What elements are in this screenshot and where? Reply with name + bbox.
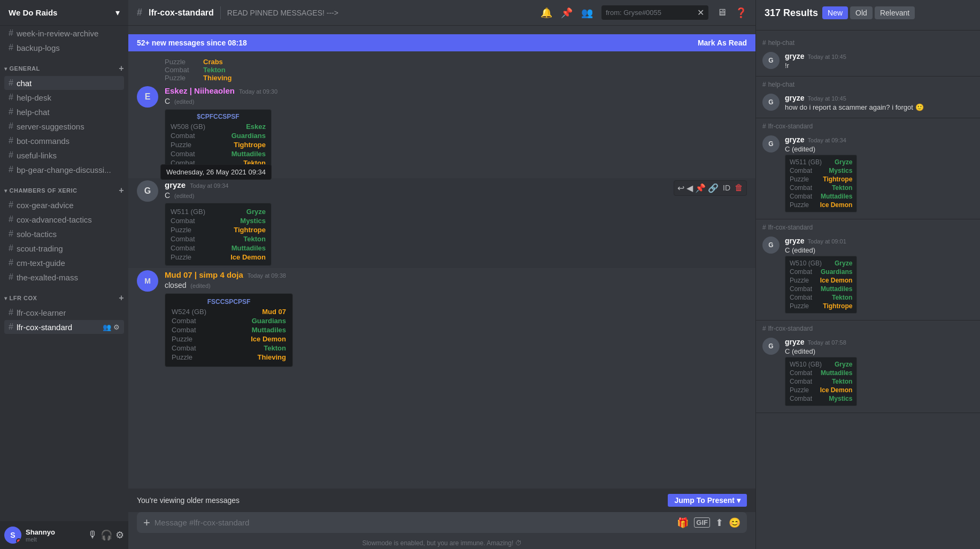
channel-label-text: lfr-cox-standard bbox=[768, 123, 813, 130]
search-close-icon[interactable]: ✕ bbox=[697, 7, 704, 18]
user-status-dot bbox=[16, 538, 21, 544]
channel-item-solo-tactics[interactable]: # solo-tactics bbox=[4, 227, 124, 241]
channel-item-cox-gear-advice[interactable]: # cox-gear-advice bbox=[4, 198, 124, 212]
settings-icon[interactable]: ⚙ bbox=[113, 323, 120, 331]
channel-name: solo-tactics bbox=[17, 230, 57, 239]
channel-name: lfr-cox-learner bbox=[17, 308, 66, 317]
gif-button[interactable]: GIF bbox=[694, 517, 710, 528]
result-text: C (edited) bbox=[785, 145, 974, 153]
table-row: PuzzleTightrope bbox=[790, 302, 852, 310]
channel-item-help-chat[interactable]: # help-chat bbox=[4, 105, 124, 119]
channel-item-lfr-standard[interactable]: # lfr-cox-standard 👥 ⚙ bbox=[4, 320, 124, 334]
result-time: Today at 09:01 bbox=[808, 238, 846, 245]
result-avatar: G bbox=[762, 338, 780, 355]
result-message[interactable]: G gryze Today at 09:01 C (edited) W510 (… bbox=[762, 234, 974, 316]
category-label: LFR COX bbox=[10, 295, 37, 301]
hash-icon: # bbox=[9, 308, 13, 317]
channel-name: backup-logs bbox=[17, 43, 60, 52]
headphone-button[interactable]: 🎧 bbox=[101, 529, 112, 541]
members-icon[interactable]: 👥 bbox=[581, 7, 593, 19]
channel-item-chat[interactable]: # chat bbox=[4, 76, 124, 90]
result-message[interactable]: G gryze Today at 10:45 !r bbox=[762, 50, 974, 72]
upload-icon[interactable]: ⬆ bbox=[715, 517, 723, 529]
channel-item-scout-trading[interactable]: # scout-trading bbox=[4, 241, 124, 255]
user-settings-button[interactable]: ⚙ bbox=[115, 529, 124, 541]
search-results-count: 317 Results bbox=[765, 7, 818, 19]
link-button[interactable]: 🔗 bbox=[708, 183, 719, 193]
result-message[interactable]: G gryze Today at 10:45 how do i report a… bbox=[762, 92, 974, 113]
add-channel-icon[interactable]: + bbox=[119, 293, 124, 303]
channel-item-backup-logs[interactable]: # backup-logs bbox=[4, 41, 124, 55]
channel-item-useful-links[interactable]: # useful-links bbox=[4, 148, 124, 162]
channel-name: bp-gear-change-discussi... bbox=[17, 165, 111, 174]
category-lfr-cox[interactable]: ▾ LFR COX + bbox=[0, 285, 128, 305]
hash-icon: # bbox=[762, 123, 766, 130]
message-input[interactable] bbox=[155, 512, 673, 533]
channel-item-bp-gear[interactable]: # bp-gear-change-discussi... bbox=[4, 163, 124, 177]
category-general[interactable]: ▾ GENERAL + bbox=[0, 55, 128, 75]
add-attachment-button[interactable]: + bbox=[143, 516, 150, 530]
result-header: gryze Today at 09:34 bbox=[785, 135, 974, 144]
channel-hash-icon: # bbox=[137, 7, 142, 18]
channel-item-cox-advanced[interactable]: # cox-advanced-tactics bbox=[4, 212, 124, 226]
filter-new-button[interactable]: New bbox=[822, 6, 848, 19]
pin-button[interactable]: 📌 bbox=[695, 183, 706, 193]
result-avatar: G bbox=[762, 52, 780, 69]
result-content: gryze Today at 07:58 C (edited) W510 (GB… bbox=[785, 338, 974, 406]
result-group-help-chat-2: # help-chat G gryze Today at 10:45 how d… bbox=[756, 77, 980, 118]
bell-icon[interactable]: 🔔 bbox=[541, 7, 552, 19]
message-author: gryze bbox=[165, 180, 186, 189]
mark-as-read-button[interactable]: Mark As Read bbox=[698, 39, 747, 47]
channel-name: week-in-review-archive bbox=[17, 29, 98, 38]
pin-icon[interactable]: 📌 bbox=[561, 7, 573, 19]
id-button[interactable]: ID bbox=[721, 183, 732, 193]
filter-old-button[interactable]: Old bbox=[850, 6, 873, 19]
hash-icon: # bbox=[762, 39, 766, 47]
channel-name: help-chat bbox=[17, 108, 50, 117]
messages-container[interactable]: 52+ new messages since 08:18 Mark As Rea… bbox=[128, 26, 755, 489]
hash-icon: # bbox=[9, 243, 13, 253]
result-group-lfr-2: # lfr-cox-standard G gryze Today at 09:0… bbox=[756, 219, 980, 321]
help-icon[interactable]: ❓ bbox=[735, 7, 747, 19]
table-row: W511 (GB)Gryze bbox=[790, 158, 852, 166]
hash-icon: # bbox=[9, 43, 13, 52]
add-channel-icon[interactable]: + bbox=[119, 186, 124, 195]
result-message[interactable]: G gryze Today at 07:58 C (edited) W510 (… bbox=[762, 336, 974, 408]
forward-button[interactable]: ◀ bbox=[686, 183, 693, 193]
hash-icon: # bbox=[9, 272, 13, 282]
result-message[interactable]: G gryze Today at 09:34 C (edited) W511 (… bbox=[762, 133, 974, 215]
filter-relevant-button[interactable]: Relevant bbox=[875, 6, 915, 19]
gift-icon[interactable]: 🎁 bbox=[677, 517, 689, 529]
channel-item-help-desk[interactable]: # help-desk bbox=[4, 90, 124, 104]
date-tooltip-area: Wednesday, 26 May 2021 09:34 bbox=[128, 174, 755, 178]
result-author: gryze bbox=[785, 52, 805, 60]
channel-item-exalted-mass[interactable]: # the-exalted-mass bbox=[4, 270, 124, 284]
channel-name: cox-gear-advice bbox=[17, 201, 74, 210]
monitor-icon[interactable]: 🖥 bbox=[717, 7, 727, 18]
search-query-text: from: Gryse#0055 bbox=[606, 9, 694, 17]
channel-item-cm-text-guide[interactable]: # cm-text-guide bbox=[4, 256, 124, 270]
search-results-title-row: 317 Results New Old Relevant bbox=[765, 6, 971, 19]
message-input-bar: + 🎁 GIF ⬆ 😊 bbox=[128, 512, 755, 537]
members-icon[interactable]: 👥 bbox=[103, 323, 111, 331]
delete-button[interactable]: 🗑 bbox=[735, 183, 743, 193]
result-raid-table: W510 (GB)Gryze CombatGuardians PuzzleIce… bbox=[785, 256, 857, 314]
result-header: gryze Today at 10:45 bbox=[785, 94, 974, 102]
result-group-lfr-1: # lfr-cox-standard G gryze Today at 09:3… bbox=[756, 118, 980, 219]
category-chambers[interactable]: ▾ CHAMBERS OF XERIC + bbox=[0, 177, 128, 197]
server-name-bar[interactable]: We Do Raids ▾ bbox=[0, 0, 128, 26]
result-author: gryze bbox=[785, 237, 805, 245]
user-tag: melt bbox=[26, 536, 83, 543]
search-bar[interactable]: from: Gryse#0055 ✕ bbox=[601, 5, 708, 20]
table-header: $CPFCCSPSF bbox=[171, 113, 266, 120]
add-channel-icon[interactable]: + bbox=[119, 64, 124, 73]
channel-item-server-suggestions[interactable]: # server-suggestions bbox=[4, 119, 124, 133]
channel-item-lfr-learner[interactable]: # lfr-cox-learner bbox=[4, 306, 124, 319]
row-value: Tekton bbox=[203, 66, 226, 74]
channel-item-bot-commands[interactable]: # bot-commands bbox=[4, 134, 124, 148]
jump-to-present-button[interactable]: Jump To Present ▾ bbox=[668, 494, 747, 507]
emoji-button[interactable]: 😊 bbox=[729, 517, 740, 529]
mic-button[interactable]: 🎙 bbox=[88, 529, 97, 541]
channel-item-week-in-review[interactable]: # week-in-review-archive bbox=[4, 26, 124, 40]
reply-button[interactable]: ↩ bbox=[677, 183, 684, 193]
